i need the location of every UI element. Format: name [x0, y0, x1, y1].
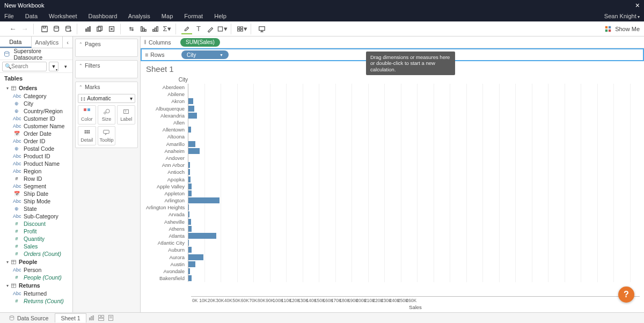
menu-file[interactable]: File — [4, 13, 14, 19]
show-me-button[interactable]: Show Me — [604, 25, 640, 33]
bar[interactable] — [188, 240, 189, 246]
field-ship-mode[interactable]: AbcShip Mode — [0, 197, 72, 205]
bar[interactable] — [188, 275, 192, 281]
bar[interactable] — [188, 204, 189, 210]
marks-tooltip[interactable]: Tooltip — [98, 126, 116, 145]
field-postal-code[interactable]: ⊕Postal Code — [0, 145, 72, 152]
bar[interactable] — [188, 127, 191, 133]
new-datasource-icon[interactable] — [51, 24, 62, 34]
format-icon[interactable] — [205, 24, 216, 34]
table-returns[interactable]: ▾Returns — [0, 281, 72, 290]
fields-menu-icon[interactable]: ▾ — [61, 62, 70, 71]
search-input[interactable] — [11, 63, 44, 69]
cards-icon[interactable]: ▾ — [237, 24, 247, 34]
field-category[interactable]: AbcCategory — [0, 92, 72, 100]
field-product-id[interactable]: AbcProduct ID — [0, 152, 72, 160]
field-orders-count-[interactable]: #Orders (Count) — [0, 250, 72, 258]
field-product-name[interactable]: AbcProduct Name — [0, 160, 72, 167]
bar[interactable] — [188, 98, 193, 104]
marks-detail[interactable]: Detail — [78, 126, 96, 145]
field-sales[interactable]: #Sales — [0, 243, 72, 250]
columns-pill-sales[interactable]: SUM(Sales) — [180, 38, 220, 47]
refresh-icon[interactable] — [63, 24, 74, 34]
highlight-icon[interactable] — [181, 24, 192, 34]
field-people-count-[interactable]: #People (Count) — [0, 274, 72, 281]
tab-analytics[interactable]: Analytics — [32, 36, 63, 48]
field-country-region[interactable]: ⊕Country/Region — [0, 107, 72, 115]
menu-dashboard[interactable]: Dashboard — [89, 13, 118, 19]
field-ship-date[interactable]: 📅Ship Date — [0, 190, 72, 197]
field-order-id[interactable]: AbcOrder ID — [0, 137, 72, 145]
bar[interactable] — [188, 141, 195, 147]
filters-shelf[interactable]: ⌃Filters — [75, 60, 138, 78]
bar[interactable] — [188, 113, 197, 119]
marks-color[interactable]: Color — [78, 105, 96, 124]
tab-sheet-1[interactable]: Sheet 1 — [55, 313, 86, 322]
table-orders[interactable]: ▾Orders — [0, 84, 72, 92]
field-segment[interactable]: AbcSegment — [0, 182, 72, 190]
field-region[interactable]: AbcRegion — [0, 167, 72, 175]
menu-worksheet[interactable]: Worksheet — [49, 13, 77, 19]
tab-data[interactable]: Data — [0, 36, 32, 48]
field-profit[interactable]: #Profit — [0, 227, 72, 235]
marks-size[interactable]: Size — [98, 105, 116, 124]
collapse-pane-icon[interactable]: ‹ — [63, 36, 72, 48]
menu-analysis[interactable]: Analysis — [128, 13, 150, 19]
menu-data[interactable]: Data — [25, 13, 38, 19]
tab-data-source[interactable]: Data Source — [3, 314, 54, 322]
field-person[interactable]: AbcPerson — [0, 266, 72, 274]
sort-asc-icon[interactable] — [138, 24, 149, 34]
columns-shelf[interactable]: ⦀ Columns SUM(Sales) — [141, 36, 644, 48]
bar[interactable] — [188, 211, 189, 217]
presentation-icon[interactable] — [257, 24, 267, 34]
bar[interactable] — [188, 233, 216, 239]
clear-icon[interactable] — [106, 24, 117, 34]
field-customer-name[interactable]: AbcCustomer Name — [0, 122, 72, 130]
bar[interactable] — [188, 190, 192, 196]
user-menu[interactable]: Sean Knight — [604, 13, 640, 19]
filter-fields-icon[interactable]: ▼▾ — [49, 62, 58, 71]
menu-map[interactable]: Map — [162, 13, 173, 19]
duplicate-icon[interactable] — [94, 24, 105, 34]
bar[interactable] — [188, 197, 219, 203]
sort-desc-icon[interactable] — [150, 24, 160, 34]
field-row-id[interactable]: #Row ID — [0, 175, 72, 182]
menu-help[interactable]: Help — [214, 13, 226, 19]
field-returns-count-[interactable]: #Returns (Count) — [0, 297, 72, 305]
menu-format[interactable]: Format — [184, 13, 203, 19]
help-button[interactable]: ? — [618, 287, 634, 303]
undo-icon[interactable]: ← — [8, 24, 18, 34]
rows-pill-city[interactable]: City▼ — [181, 50, 229, 59]
close-icon[interactable]: × — [635, 1, 640, 10]
field-returned[interactable]: AbcReturned — [0, 290, 72, 297]
bar[interactable] — [188, 177, 191, 182]
bar[interactable] — [188, 247, 192, 253]
new-story-icon[interactable] — [107, 314, 115, 322]
bar[interactable] — [188, 106, 194, 112]
marks-label[interactable]: TLabel — [117, 105, 135, 124]
bar[interactable] — [188, 169, 190, 175]
bar[interactable] — [188, 183, 192, 189]
table-people[interactable]: ▾People — [0, 258, 72, 266]
totals-icon[interactable]: Σ▾ — [162, 24, 172, 34]
field-quantity[interactable]: #Quantity — [0, 235, 72, 243]
field-customer-id[interactable]: AbcCustomer ID — [0, 115, 72, 122]
search-input-wrapper[interactable]: 🔍 — [2, 62, 47, 71]
redo-icon[interactable]: → — [19, 24, 30, 34]
datasource-item[interactable]: Superstore Datasource — [0, 48, 72, 60]
mark-type-select[interactable]: ⫿⫿ Automatic ▾ — [78, 94, 135, 103]
fit-icon[interactable]: ▾ — [217, 24, 228, 34]
bar[interactable] — [188, 226, 192, 232]
bar[interactable] — [188, 162, 190, 168]
field-order-date[interactable]: 📅Order Date — [0, 130, 72, 137]
bar[interactable] — [188, 261, 195, 267]
new-dashboard-icon[interactable] — [97, 314, 106, 322]
field-state[interactable]: ⊕State — [0, 205, 72, 212]
field-sub-category[interactable]: AbcSub-Category — [0, 212, 72, 220]
field-city[interactable]: ⊕City — [0, 100, 72, 107]
new-sheet-icon[interactable] — [83, 24, 93, 34]
bar[interactable] — [188, 254, 203, 260]
save-icon[interactable] — [39, 24, 50, 34]
pages-shelf[interactable]: ⌃Pages — [75, 39, 138, 57]
labels-icon[interactable]: T — [193, 24, 204, 34]
